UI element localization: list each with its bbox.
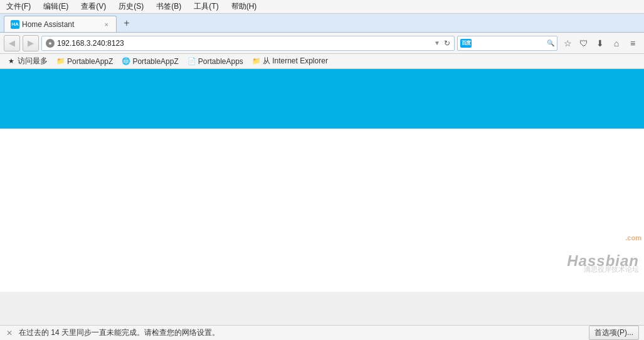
star-icon: ☆	[564, 38, 572, 48]
hassbian-watermark: .com Hassbian 滴思役岸技术论坛	[567, 243, 639, 274]
bookmark-ie-label: 从 Internet Explorer	[263, 56, 328, 66]
menu-tools[interactable]: 工具(T)	[190, 0, 222, 13]
bookmark-visited-label: 访问最多	[18, 56, 48, 66]
tabbar: HA Home Assistant × +	[0, 14, 644, 33]
download-icon: ⬇	[596, 38, 604, 48]
new-tab-button[interactable]: +	[119, 16, 134, 31]
menu-file[interactable]: 文件(F)	[3, 0, 34, 13]
address-bar-input[interactable]: ● 192.168.3.240:8123 ▼ ↻	[41, 36, 455, 51]
bookmark-portableapps-label: PortableApps	[198, 57, 243, 66]
site-info-icon: ●	[46, 39, 55, 48]
forward-icon: ▶	[28, 38, 34, 48]
address-dropdown-icon[interactable]: ▼	[434, 40, 440, 46]
bookmark-portableapps[interactable]: 📄 PortableApps	[186, 56, 245, 66]
toolbar-icons: ☆ 🛡 ⬇ ⌂ ≡	[560, 36, 640, 51]
bookmark-ie[interactable]: 📁 从 Internet Explorer	[250, 55, 330, 67]
search-engine-icon: 百度	[460, 39, 472, 48]
status-message: 在过去的 14 天里同步一直未能完成。请检查您的网络设置。	[19, 327, 584, 338]
bookmark-portableappz-1[interactable]: 📁 PortableAppZ	[55, 56, 115, 66]
menu-button[interactable]: ≡	[625, 36, 640, 51]
address-text: 192.168.3.240:8123	[57, 39, 431, 48]
menu-bookmarks[interactable]: 书签(B)	[152, 0, 185, 13]
menu-edit[interactable]: 编辑(E)	[40, 0, 72, 13]
menubar: 文件(F) 编辑(E) 查看(V) 历史(S) 书签(B) 工具(T) 帮助(H…	[0, 0, 644, 14]
search-box[interactable]: 百度 🔍	[457, 36, 557, 51]
search-go-icon[interactable]: 🔍	[547, 40, 554, 46]
hamburger-icon: ≡	[630, 38, 635, 48]
preferences-button[interactable]: 首选项(P)...	[589, 326, 639, 340]
hassbian-main-text: Hassbian	[567, 252, 639, 270]
tab-label: Home Assistant	[22, 20, 101, 29]
visited-icon: ★	[7, 57, 16, 66]
shield-icon: 🛡	[579, 38, 588, 48]
tab-close-button[interactable]: ×	[103, 21, 110, 28]
home-icon: ⌂	[614, 38, 619, 48]
menu-history[interactable]: 历史(S)	[115, 0, 147, 13]
page-content: .com Hassbian 滴思役岸技术论坛	[0, 69, 644, 292]
shield-button[interactable]: 🛡	[576, 36, 591, 51]
menu-view[interactable]: 查看(V)	[77, 0, 110, 13]
statusbar: ✕ 在过去的 14 天里同步一直未能完成。请检查您的网络设置。 首选项(P)..…	[0, 325, 644, 340]
forward-button[interactable]: ▶	[23, 35, 39, 51]
bookmarksbar: ★ 访问最多 📁 PortableAppZ 🌐 PortableAppZ 📄 P…	[0, 54, 644, 69]
bookmark-portableappz-1-label: PortableAppZ	[67, 57, 113, 66]
home-button[interactable]: ⌂	[609, 36, 624, 51]
tab-favicon: HA	[11, 20, 19, 29]
folder-icon-1: 📁	[56, 57, 65, 66]
page-white-content	[0, 129, 644, 292]
back-icon: ◀	[9, 38, 15, 48]
download-button[interactable]: ⬇	[593, 36, 608, 51]
globe-icon: 🌐	[122, 57, 130, 66]
bookmark-portableappz-2-label: PortableAppZ	[132, 57, 178, 66]
menu-help[interactable]: 帮助(H)	[228, 0, 261, 13]
browser-tab-home-assistant[interactable]: HA Home Assistant ×	[4, 16, 117, 32]
page-icon: 📄	[187, 57, 196, 66]
hassbian-com: .com	[625, 234, 641, 242]
back-button[interactable]: ◀	[4, 35, 20, 51]
page-blue-header	[0, 69, 644, 129]
bookmark-visited[interactable]: ★ 访问最多	[5, 55, 50, 67]
star-button[interactable]: ☆	[560, 36, 575, 51]
refresh-icon[interactable]: ↻	[444, 39, 450, 48]
folder-icon-2: 📁	[252, 57, 261, 66]
bookmark-portableappz-2[interactable]: 🌐 PortableAppZ	[120, 56, 180, 66]
addressbar: ◀ ▶ ● 192.168.3.240:8123 ▼ ↻ 百度 🔍 ☆ 🛡 ⬇ …	[0, 33, 644, 54]
status-warning-icon: ✕	[5, 329, 14, 337]
